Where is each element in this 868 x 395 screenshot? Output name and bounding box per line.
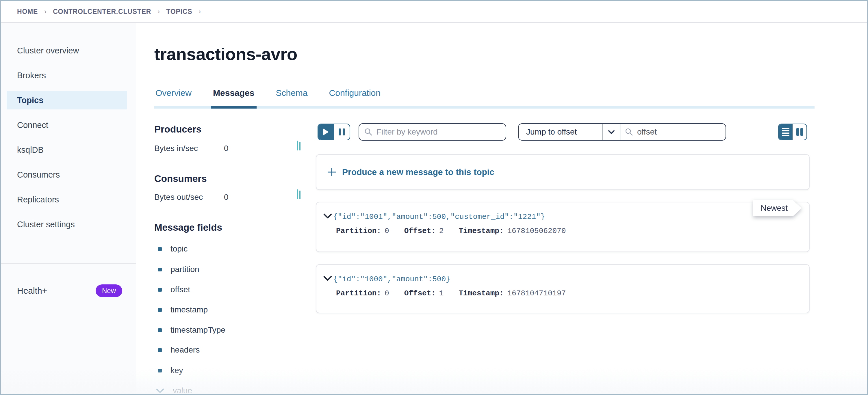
app-window: HOME › CONTROLCENTER.CLUSTER › TOPICS › … <box>0 0 868 395</box>
bytes-in-sparkline <box>297 140 301 151</box>
new-badge: New <box>96 285 122 297</box>
message-value[interactable]: {"id":"1000","amount":500} <box>333 275 451 284</box>
expand-chevron-icon[interactable] <box>323 276 332 281</box>
list-view-button[interactable] <box>779 124 793 140</box>
tab-messages[interactable]: Messages <box>212 88 255 106</box>
bullet-icon <box>158 308 162 312</box>
bytes-out-value: 0 <box>224 193 228 202</box>
message-value[interactable]: {"id":"1001","amount":500,"customer_id":… <box>333 212 545 221</box>
offset-search <box>620 123 726 141</box>
breadcrumb-home[interactable]: HOME <box>17 8 38 15</box>
message-fields-heading: Message fields <box>154 222 222 233</box>
field-partition[interactable]: partition <box>158 265 199 274</box>
bytes-in-value: 0 <box>224 144 228 153</box>
play-pause-toggle <box>317 124 350 140</box>
message-meta: Partition:0 Offset:2 Timestamp:167810506… <box>336 227 566 235</box>
partition-value: 0 <box>384 227 389 235</box>
bullet-icon <box>158 348 162 352</box>
page-title: transactions-avro <box>154 44 297 64</box>
timestamp-value: 1678104710197 <box>507 289 566 298</box>
bullet-icon <box>158 247 162 251</box>
sidebar-item-cluster-settings[interactable]: Cluster settings <box>7 215 127 234</box>
jump-to-dropdown-value: Jump to offset <box>519 127 602 137</box>
newest-tag: Newest <box>753 200 802 216</box>
message-card: {"id":"1001","amount":500,"customer_id":… <box>316 202 810 252</box>
tab-overview[interactable]: Overview <box>154 88 193 106</box>
field-headers[interactable]: headers <box>158 345 200 355</box>
jump-to-dropdown[interactable]: Jump to offset <box>518 123 621 141</box>
card-view-icon <box>796 128 803 136</box>
breadcrumb-separator-icon: › <box>198 7 201 15</box>
sidebar: Cluster overview Brokers Topics Connect … <box>1 23 136 394</box>
list-view-icon <box>782 128 789 136</box>
bytes-in-label: Bytes in/sec <box>154 144 198 153</box>
breadcrumb: HOME › CONTROLCENTER.CLUSTER › TOPICS › <box>1 1 867 23</box>
bullet-icon <box>158 369 162 372</box>
sidebar-item-healthplus[interactable]: Health+ New <box>1 282 136 300</box>
breadcrumb-topics[interactable]: TOPICS <box>166 8 192 15</box>
field-topic[interactable]: topic <box>158 244 188 254</box>
pause-button[interactable] <box>334 124 350 140</box>
breadcrumb-cluster[interactable]: CONTROLCENTER.CLUSTER <box>53 8 151 15</box>
sidebar-item-topics[interactable]: Topics <box>7 91 127 109</box>
breadcrumb-separator-icon: › <box>44 7 46 15</box>
bytes-out-label: Bytes out/sec <box>154 193 203 202</box>
bullet-icon <box>158 268 162 271</box>
sidebar-item-ksqldb[interactable]: ksqlDB <box>7 141 127 159</box>
main-content: transactions-avro Overview Messages Sche… <box>136 23 867 394</box>
search-icon <box>625 128 633 136</box>
offset-search-input[interactable] <box>637 127 741 137</box>
search-icon <box>364 128 372 136</box>
sidebar-divider <box>1 263 136 264</box>
producers-heading: Producers <box>154 124 202 135</box>
bullet-icon <box>158 288 162 292</box>
bullet-icon <box>158 328 162 332</box>
newest-tag-label: Newest <box>753 200 802 216</box>
produce-message-label: Produce a new message to this topic <box>342 167 494 177</box>
expand-chevron-icon[interactable] <box>323 213 332 219</box>
tab-schema[interactable]: Schema <box>275 88 309 106</box>
chevron-down-icon <box>156 388 164 393</box>
sidebar-item-brokers[interactable]: Brokers <box>7 66 127 85</box>
consumers-heading: Consumers <box>154 173 207 184</box>
sidebar-item-connect[interactable]: Connect <box>7 116 127 134</box>
view-mode-toggle <box>778 124 807 140</box>
produce-message-button[interactable]: Produce a new message to this topic <box>316 154 810 190</box>
sidebar-item-cluster-overview[interactable]: Cluster overview <box>7 41 127 60</box>
tab-configuration[interactable]: Configuration <box>328 88 382 106</box>
offset-value: 2 <box>439 227 444 235</box>
timestamp-value: 1678105062070 <box>507 227 566 235</box>
card-view-button[interactable] <box>793 124 806 140</box>
plus-icon <box>327 167 336 177</box>
field-timestamp-type[interactable]: timestampType <box>158 325 225 335</box>
play-button[interactable] <box>318 124 334 140</box>
partition-value: 0 <box>384 289 389 298</box>
offset-value: 1 <box>439 289 444 298</box>
tab-bar: Overview Messages Schema Configuration <box>154 88 382 106</box>
chevron-down-icon <box>602 124 620 140</box>
breadcrumb-separator-icon: › <box>157 7 160 15</box>
sidebar-item-replicators[interactable]: Replicators <box>7 190 127 209</box>
field-key[interactable]: key <box>158 366 183 375</box>
sidebar-nav: Cluster overview Brokers Topics Connect … <box>1 41 136 240</box>
message-card: {"id":"1000","amount":500} Partition:0 O… <box>316 264 810 313</box>
sidebar-item-consumers[interactable]: Consumers <box>7 165 127 184</box>
play-icon <box>323 129 329 135</box>
message-meta: Partition:0 Offset:1 Timestamp:167810471… <box>336 289 566 298</box>
healthplus-label: Health+ <box>17 286 96 296</box>
pause-icon <box>339 129 345 135</box>
field-value-expandable[interactable]: value <box>158 386 192 395</box>
filter-keyword-input[interactable] <box>376 127 500 137</box>
field-offset[interactable]: offset <box>158 285 190 294</box>
keyword-filter <box>359 123 506 141</box>
bytes-out-sparkline <box>297 189 301 199</box>
field-timestamp[interactable]: timestamp <box>158 305 208 315</box>
